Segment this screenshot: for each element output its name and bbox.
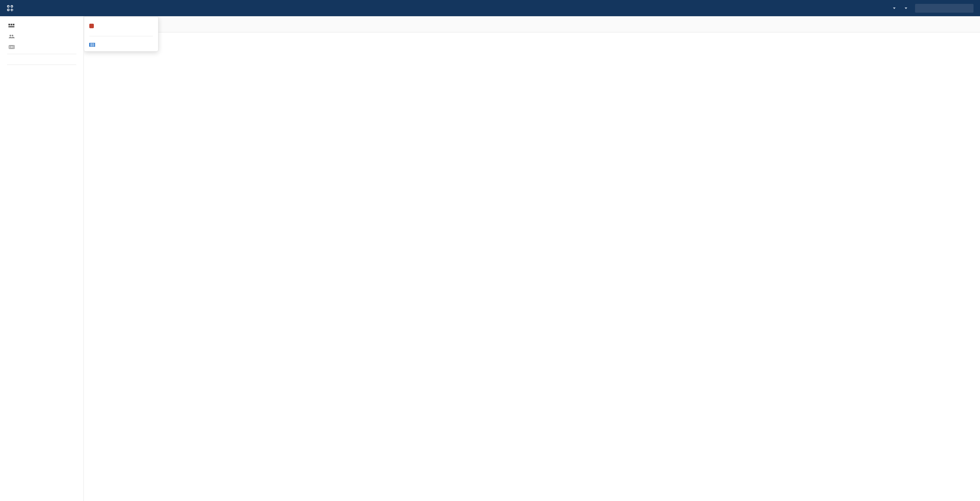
app-icon[interactable]: [6, 4, 14, 12]
capacity-icon: [8, 23, 15, 29]
svg-rect-11: [9, 46, 14, 49]
sidebar-item-projects[interactable]: [0, 41, 83, 52]
svg-rect-12: [10, 46, 13, 48]
heatmap-icon: [89, 43, 95, 47]
sidebar-item-capacity[interactable]: [0, 21, 83, 31]
svg-rect-7: [13, 24, 14, 25]
caret-down-icon: [893, 8, 896, 9]
svg-point-0: [8, 6, 10, 8]
project-filter[interactable]: [0, 71, 83, 78]
projects-icon: [8, 44, 15, 49]
sidebar-item-people[interactable]: [0, 31, 83, 41]
search-input[interactable]: [915, 4, 974, 13]
svg-rect-8: [8, 26, 14, 27]
svg-point-1: [11, 6, 13, 8]
topnav-right: [892, 4, 974, 13]
settings-menu[interactable]: [904, 8, 907, 9]
help-menu[interactable]: [892, 8, 896, 9]
people-icon: [8, 34, 15, 39]
sidebar: [0, 16, 84, 501]
svg-point-2: [8, 9, 10, 11]
capacity-grid: [84, 16, 980, 501]
grid-header: [84, 16, 980, 32]
filters-header: [0, 67, 83, 71]
svg-rect-6: [11, 24, 12, 25]
heatmap-link[interactable]: [89, 43, 153, 47]
svg-point-10: [12, 35, 13, 36]
caret-down-icon: [905, 8, 907, 9]
allocation-tooltip: [84, 16, 159, 52]
group-by[interactable]: [0, 56, 83, 63]
topnav: [0, 0, 980, 16]
svg-point-9: [10, 35, 11, 36]
status-swatch-icon: [89, 24, 94, 28]
svg-rect-5: [8, 24, 10, 25]
